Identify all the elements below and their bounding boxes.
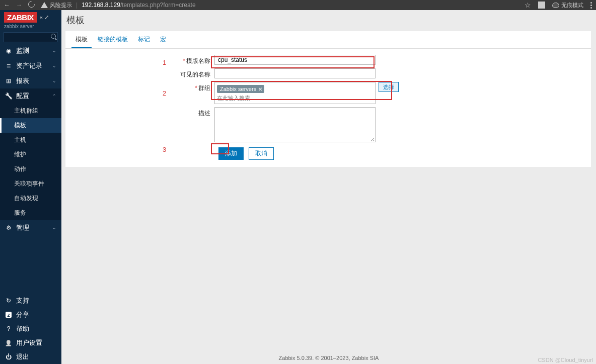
browser-toolbar: ← → 风险提示 | 192.168.8.129/templates.php?f… — [0, 0, 596, 10]
subitem-correlation[interactable]: 关联项事件 — [0, 176, 61, 191]
list-icon — [5, 62, 12, 69]
reload-icon — [27, 0, 36, 9]
content-box: 模板 链接的模板 标记 宏 *模版名称 可见的名称 *群组 — [65, 31, 591, 167]
label-template-name: *模版名称 — [71, 55, 214, 65]
groups-search-input[interactable] — [217, 95, 318, 101]
chart-icon — [5, 77, 12, 84]
sidebar-item-support[interactable]: 支持 — [0, 294, 61, 308]
warning-icon — [41, 2, 48, 8]
annotation-2: 2 — [163, 89, 166, 97]
eye-icon — [5, 47, 12, 54]
security-warning[interactable]: 风险提示 — [41, 2, 72, 9]
address-bar[interactable]: 风险提示 | 192.168.8.129/templates.php?form=… — [41, 2, 518, 9]
search-box — [4, 32, 58, 42]
annotation-3: 3 — [163, 146, 166, 153]
subitem-discovery[interactable]: 自动发现 — [0, 191, 61, 206]
sidebar-collapse-icons[interactable]: « ⤢ — [40, 14, 49, 21]
sidebar-item-user-settings[interactable]: 用户设置 — [0, 336, 61, 350]
server-name: zabbix server — [0, 24, 61, 31]
sidebar-item-admin[interactable]: 管理 ⌄ — [0, 220, 61, 235]
remove-tag-icon[interactable]: ✕ — [258, 86, 262, 92]
tab-macros[interactable]: 宏 — [156, 31, 170, 48]
chevron-down-icon: ⌄ — [52, 63, 56, 68]
wrench-icon — [5, 93, 12, 100]
extension-icon[interactable] — [538, 2, 545, 9]
subitem-maintenance[interactable]: 维护 — [0, 147, 61, 162]
sidebar-item-monitoring[interactable]: 监测 ⌄ — [0, 43, 61, 58]
back-button[interactable]: ← — [4, 2, 10, 9]
chevron-down-icon: ⌄ — [52, 48, 56, 53]
description-textarea[interactable] — [214, 107, 376, 142]
gear-icon — [5, 224, 12, 231]
chevron-down-icon: ⌄ — [52, 225, 56, 230]
page-title: 模板 — [65, 13, 591, 31]
share-icon — [5, 311, 12, 318]
label-groups: *群组 — [71, 82, 214, 93]
tab-linked[interactable]: 链接的模板 — [94, 31, 132, 48]
annotation-1: 1 — [163, 59, 166, 66]
group-tag[interactable]: Zabbix servers✕ — [217, 85, 264, 93]
reload-button[interactable] — [28, 1, 35, 9]
sidebar: ZABBIX « ⤢ zabbix server 监测 ⌄ 资产记录 ⌄ 报表 … — [0, 10, 61, 364]
search-input[interactable] — [4, 32, 58, 42]
sidebar-footer: 支持 分享 帮助 用户设置 退出 — [0, 294, 61, 364]
warn-label: 风险提示 — [50, 2, 72, 9]
sidebar-item-inventory[interactable]: 资产记录 ⌄ — [0, 58, 61, 73]
subitem-templates[interactable]: 模板 — [0, 118, 61, 133]
sidebar-item-config[interactable]: 配置 ⌃ — [0, 88, 61, 104]
logo-row: ZABBIX « ⤢ — [0, 10, 61, 24]
help-icon — [5, 325, 12, 332]
chevron-up-icon: ⌃ — [52, 94, 56, 99]
label-description: 描述 — [71, 107, 214, 118]
url-text: 192.168.8.129/templates.php?form=create — [82, 2, 196, 9]
cancel-button[interactable]: 取消 — [249, 147, 274, 160]
incognito-icon — [552, 3, 559, 8]
footer-text: Zabbix 5.0.39. © 2001–2023, Zabbix SIA — [279, 355, 379, 361]
bookmark-icon[interactable] — [525, 1, 531, 9]
incognito-badge: 无痕模式 — [552, 2, 583, 9]
support-icon — [5, 297, 12, 304]
forward-button[interactable]: → — [16, 2, 22, 9]
sidebar-item-help[interactable]: 帮助 — [0, 322, 61, 336]
sidebar-item-logout[interactable]: 退出 — [0, 350, 61, 364]
template-name-input[interactable] — [214, 55, 376, 65]
groups-multiselect[interactable]: Zabbix servers✕ — [214, 82, 376, 104]
subitem-actions[interactable]: 动作 — [0, 162, 61, 176]
subitem-hosts[interactable]: 主机 — [0, 133, 61, 147]
subitem-hostgroups[interactable]: 主机群组 — [0, 104, 61, 118]
visible-name-input[interactable] — [214, 68, 376, 78]
tab-tags[interactable]: 标记 — [134, 31, 154, 48]
label-visible-name: 可见的名称 — [71, 68, 214, 79]
tab-template[interactable]: 模板 — [71, 31, 92, 48]
menu-icon[interactable] — [590, 2, 592, 9]
watermark: CSDN @Cloud_tinyurl — [538, 357, 593, 363]
tabs: 模板 链接的模板 标记 宏 — [65, 31, 591, 49]
select-group-button[interactable]: 选择 — [379, 82, 399, 92]
config-submenu: 主机群组 模板 主机 维护 动作 关联项事件 自动发现 服务 — [0, 104, 61, 220]
chevron-down-icon: ⌄ — [52, 78, 56, 83]
add-button[interactable]: 添加 — [218, 147, 244, 160]
user-icon — [5, 339, 12, 346]
nav-arrows: ← → — [4, 1, 35, 9]
power-icon — [5, 353, 12, 360]
browser-right-controls: 无痕模式 — [525, 1, 592, 9]
sidebar-item-reports[interactable]: 报表 ⌄ — [0, 73, 61, 88]
subitem-services[interactable]: 服务 — [0, 206, 61, 220]
sidebar-item-share[interactable]: 分享 — [0, 308, 61, 322]
main-content: 模板 模板 链接的模板 标记 宏 *模版名称 可见的名称 *群组 — [61, 10, 596, 364]
logo[interactable]: ZABBIX — [4, 12, 37, 23]
search-icon[interactable] — [51, 34, 56, 39]
form-area: *模版名称 可见的名称 *群组 Zabbix servers✕ 选择 — [65, 49, 591, 160]
